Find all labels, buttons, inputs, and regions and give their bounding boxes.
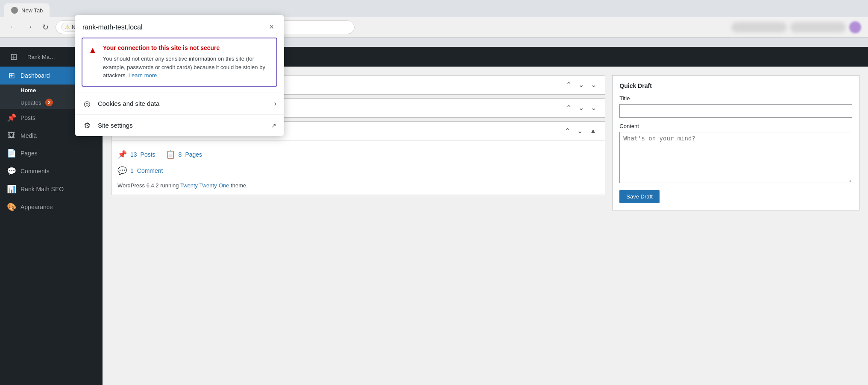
cookies-chevron-icon: › (274, 100, 276, 108)
cookies-icon: ◎ (82, 99, 92, 108)
site-settings-external-icon: ↗ (271, 122, 276, 129)
alert-body-text: You should not enter any sensitive infor… (103, 55, 265, 79)
alert-warning-icon: ▲ (88, 45, 97, 55)
site-settings-gear-icon: ⚙ (82, 121, 92, 130)
security-popup: rank-math-test.local × ▲ Your connection… (75, 15, 284, 136)
cookies-label: Cookies and site data (98, 100, 159, 107)
security-alert: ▲ Your connection to this site is not se… (82, 38, 277, 87)
popup-title: rank-math-test.local (82, 23, 143, 31)
popup-close-button[interactable]: × (267, 22, 276, 32)
learn-more-link[interactable]: Learn more (129, 72, 157, 79)
alert-heading: Your connection to this site is not secu… (103, 44, 270, 51)
cookies-menu-item[interactable]: ◎ Cookies and site data › (75, 93, 284, 114)
site-settings-label: Site settings (98, 122, 133, 129)
alert-content: Your connection to this site is not secu… (103, 44, 270, 80)
cookies-menu-item-left: ◎ Cookies and site data (82, 99, 159, 108)
site-settings-menu-item-left: ⚙ Site settings (82, 121, 133, 130)
alert-body: You should not enter any sensitive infor… (103, 55, 270, 80)
site-settings-menu-item[interactable]: ⚙ Site settings ↗ (75, 114, 284, 136)
popup-header: rank-math-test.local × (75, 15, 284, 38)
popup-overlay: rank-math-test.local × ▲ Your connection… (0, 0, 868, 385)
